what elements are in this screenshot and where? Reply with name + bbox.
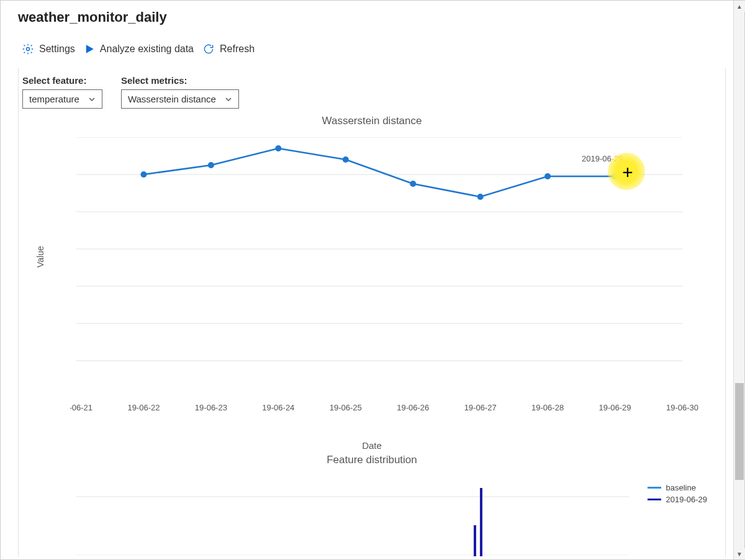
svg-text:19-06-21: 19-06-21 [70,403,93,412]
analyze-button[interactable]: Analyze existing data [84,43,194,55]
feature-select-label: Select feature: [22,75,102,86]
svg-rect-38 [474,525,476,556]
metrics-select[interactable]: Wasserstein distance [121,89,239,109]
chart1-xaxis: 19-06-2119-06-2219-06-2319-06-2419-06-25… [70,400,713,419]
legend-label: baseline [666,483,696,492]
page-title: weather_monitor_daily [18,9,167,25]
svg-point-17 [275,145,281,151]
gear-icon [22,43,34,55]
svg-point-20 [477,194,484,200]
chart-feature-distribution[interactable]: Feature distribution 35 baseline 2019-06… [30,457,713,556]
selectors-row: Select feature: temperature Select metri… [19,68,725,112]
chart1-xlabel: Date [30,440,713,451]
refresh-label: Refresh [220,43,255,55]
legend-item-date: 2019-06-29 [648,495,708,504]
refresh-button[interactable]: Refresh [202,43,255,55]
svg-text:19-06-22: 19-06-22 [127,403,160,412]
play-icon [84,43,95,55]
svg-point-0 [27,48,30,51]
chart-wasserstein[interactable]: Wasserstein distance Value 1234567 19-06… [30,112,713,457]
svg-text:19-06-24: 19-06-24 [262,403,294,412]
feature-select[interactable]: temperature [22,89,102,109]
svg-point-18 [343,156,349,163]
svg-rect-37 [480,488,482,556]
scroll-thumb[interactable] [735,383,744,480]
settings-button[interactable]: Settings [22,43,75,55]
svg-text:19-06-28: 19-06-28 [531,403,564,412]
chart2-plot: 35 [70,476,713,556]
vertical-scrollbar[interactable]: ▲ ▼ [733,1,744,559]
svg-point-21 [544,173,551,179]
legend-swatch [648,487,661,489]
chevron-down-icon [225,96,232,103]
svg-text:19-06-26: 19-06-26 [397,403,429,412]
svg-text:19-06-23: 19-06-23 [195,403,227,412]
toolbar: Settings Analyze existing data Refresh [22,43,255,55]
refresh-icon [202,43,215,55]
svg-text:19-06-27: 19-06-27 [464,403,497,412]
metrics-select-value: Wasserstein distance [128,94,216,104]
chart2-title: Feature distribution [30,454,713,466]
settings-label: Settings [39,43,75,55]
scroll-down-button[interactable]: ▼ [734,548,745,559]
svg-text:19-06-25: 19-06-25 [330,403,362,412]
feature-select-value: temperature [29,94,79,104]
svg-point-15 [140,171,147,178]
chart1-plot: 1234567 [70,137,713,398]
svg-point-23 [612,173,618,179]
legend-item-baseline: baseline [648,483,708,492]
app-window: weather_monitor_daily Settings Analyze e… [0,0,745,560]
chart1-tooltip: 2019-06-29 [582,154,623,163]
svg-text:19-06-29: 19-06-29 [599,403,631,412]
chevron-down-icon [88,96,96,103]
chart2-legend: baseline 2019-06-29 [648,483,708,507]
analyze-label: Analyze existing data [100,43,194,55]
svg-text:19-06-30: 19-06-30 [666,403,698,412]
chart1-ylabel: Value [35,246,45,268]
legend-swatch [648,499,661,500]
svg-point-19 [410,181,416,187]
legend-label: 2019-06-29 [666,495,708,504]
scroll-up-button[interactable]: ▲ [734,1,745,12]
svg-point-16 [208,162,214,168]
metrics-select-label: Select metrics: [121,75,239,86]
content-panel: Select feature: temperature Select metri… [18,68,726,557]
chart1-title: Wasserstein distance [30,115,713,127]
